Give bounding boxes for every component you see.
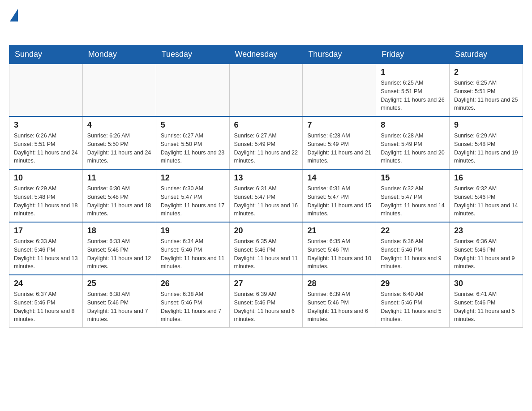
day-number: 28: [307, 279, 371, 288]
column-header-thursday: Thursday: [303, 45, 376, 64]
day-info: Sunrise: 6:27 AMSunset: 5:50 PMDaylight:…: [161, 132, 225, 165]
day-number: 15: [381, 173, 445, 183]
calendar-cell: 22Sunrise: 6:36 AMSunset: 5:46 PMDayligh…: [376, 222, 450, 275]
calendar-cell: [9, 64, 83, 117]
day-info: Sunrise: 6:40 AMSunset: 5:46 PMDaylight:…: [381, 290, 445, 324]
calendar-cell: 12Sunrise: 6:30 AMSunset: 5:47 PMDayligh…: [156, 169, 229, 222]
calendar-cell: 7Sunrise: 6:28 AMSunset: 5:49 PMDaylight…: [303, 116, 376, 169]
day-number: 16: [454, 173, 518, 183]
day-info: Sunrise: 6:26 AMSunset: 5:50 PMDaylight:…: [87, 132, 151, 165]
calendar-cell: 23Sunrise: 6:36 AMSunset: 5:46 PMDayligh…: [450, 222, 523, 275]
day-number: 4: [87, 120, 151, 130]
day-info: Sunrise: 6:33 AMSunset: 5:46 PMDaylight:…: [87, 237, 151, 271]
calendar-cell: 10Sunrise: 6:29 AMSunset: 5:48 PMDayligh…: [9, 169, 83, 222]
day-info: Sunrise: 6:26 AMSunset: 5:51 PMDaylight:…: [14, 132, 78, 165]
calendar-cell: 29Sunrise: 6:40 AMSunset: 5:46 PMDayligh…: [376, 275, 450, 328]
calendar-week-row: 3Sunrise: 6:26 AMSunset: 5:51 PMDaylight…: [9, 116, 523, 169]
day-info: Sunrise: 6:25 AMSunset: 5:51 PMDaylight:…: [454, 79, 518, 112]
day-number: 22: [381, 226, 445, 235]
day-number: 19: [161, 226, 225, 235]
calendar-cell: 28Sunrise: 6:39 AMSunset: 5:46 PMDayligh…: [303, 275, 376, 328]
day-info: Sunrise: 6:38 AMSunset: 5:46 PMDaylight:…: [87, 290, 151, 324]
column-header-sunday: Sunday: [9, 45, 83, 64]
day-info: Sunrise: 6:27 AMSunset: 5:49 PMDaylight:…: [234, 132, 298, 165]
day-number: 23: [454, 226, 518, 235]
day-number: 2: [454, 68, 518, 77]
calendar-cell: 25Sunrise: 6:38 AMSunset: 5:46 PMDayligh…: [82, 275, 156, 328]
day-info: Sunrise: 6:38 AMSunset: 5:46 PMDaylight:…: [161, 290, 225, 324]
day-number: 1: [381, 68, 445, 77]
day-info: Sunrise: 6:37 AMSunset: 5:46 PMDaylight:…: [14, 290, 78, 324]
calendar-cell: 8Sunrise: 6:28 AMSunset: 5:49 PMDaylight…: [376, 116, 450, 169]
column-header-tuesday: Tuesday: [156, 45, 229, 64]
page-header: [9, 9, 523, 36]
calendar-cell: 30Sunrise: 6:41 AMSunset: 5:46 PMDayligh…: [450, 275, 523, 328]
day-info: Sunrise: 6:29 AMSunset: 5:48 PMDaylight:…: [454, 132, 518, 165]
calendar-cell: 2Sunrise: 6:25 AMSunset: 5:51 PMDaylight…: [450, 64, 523, 117]
day-number: 18: [87, 226, 151, 235]
day-info: Sunrise: 6:28 AMSunset: 5:49 PMDaylight:…: [307, 132, 371, 165]
day-info: Sunrise: 6:29 AMSunset: 5:48 PMDaylight:…: [14, 184, 78, 218]
logo-triangle-icon: [10, 9, 18, 21]
column-header-friday: Friday: [376, 45, 450, 64]
calendar-cell: 24Sunrise: 6:37 AMSunset: 5:46 PMDayligh…: [9, 275, 83, 328]
calendar-cell: [82, 64, 156, 117]
day-number: 12: [161, 173, 225, 183]
calendar-cell: 18Sunrise: 6:33 AMSunset: 5:46 PMDayligh…: [82, 222, 156, 275]
calendar-cell: 11Sunrise: 6:30 AMSunset: 5:48 PMDayligh…: [82, 169, 156, 222]
day-info: Sunrise: 6:35 AMSunset: 5:46 PMDaylight:…: [307, 237, 371, 271]
day-number: 30: [454, 279, 518, 288]
calendar-cell: 19Sunrise: 6:34 AMSunset: 5:46 PMDayligh…: [156, 222, 229, 275]
day-info: Sunrise: 6:31 AMSunset: 5:47 PMDaylight:…: [307, 184, 371, 218]
day-info: Sunrise: 6:28 AMSunset: 5:49 PMDaylight:…: [381, 132, 445, 165]
day-number: 20: [234, 226, 298, 235]
day-info: Sunrise: 6:32 AMSunset: 5:46 PMDaylight:…: [454, 184, 518, 218]
calendar-table: SundayMondayTuesdayWednesdayThursdayFrid…: [9, 45, 523, 328]
calendar-week-row: 10Sunrise: 6:29 AMSunset: 5:48 PMDayligh…: [9, 169, 523, 222]
day-number: 14: [307, 173, 371, 183]
calendar-cell: 27Sunrise: 6:39 AMSunset: 5:46 PMDayligh…: [229, 275, 303, 328]
calendar-cell: 6Sunrise: 6:27 AMSunset: 5:49 PMDaylight…: [229, 116, 303, 169]
day-number: 10: [14, 173, 78, 183]
day-number: 7: [307, 120, 371, 130]
day-number: 5: [161, 120, 225, 130]
day-number: 11: [87, 173, 151, 183]
calendar-cell: [156, 64, 229, 117]
calendar-cell: 17Sunrise: 6:33 AMSunset: 5:46 PMDayligh…: [9, 222, 83, 275]
day-number: 29: [381, 279, 445, 288]
day-number: 8: [381, 120, 445, 130]
calendar-cell: 20Sunrise: 6:35 AMSunset: 5:46 PMDayligh…: [229, 222, 303, 275]
day-number: 25: [87, 279, 151, 288]
calendar-cell: 9Sunrise: 6:29 AMSunset: 5:48 PMDaylight…: [450, 116, 523, 169]
column-header-saturday: Saturday: [450, 45, 523, 64]
day-number: 17: [14, 226, 78, 235]
day-number: 6: [234, 120, 298, 130]
day-info: Sunrise: 6:35 AMSunset: 5:46 PMDaylight:…: [234, 237, 298, 271]
calendar-week-row: 1Sunrise: 6:25 AMSunset: 5:51 PMDaylight…: [9, 64, 523, 117]
calendar-cell: 15Sunrise: 6:32 AMSunset: 5:47 PMDayligh…: [376, 169, 450, 222]
calendar-cell: 14Sunrise: 6:31 AMSunset: 5:47 PMDayligh…: [303, 169, 376, 222]
column-header-monday: Monday: [82, 45, 156, 64]
calendar-cell: 26Sunrise: 6:38 AMSunset: 5:46 PMDayligh…: [156, 275, 229, 328]
day-number: 13: [234, 173, 298, 183]
calendar-cell: 3Sunrise: 6:26 AMSunset: 5:51 PMDaylight…: [9, 116, 83, 169]
day-info: Sunrise: 6:32 AMSunset: 5:47 PMDaylight:…: [381, 184, 445, 218]
day-info: Sunrise: 6:30 AMSunset: 5:48 PMDaylight:…: [87, 184, 151, 218]
calendar-cell: 4Sunrise: 6:26 AMSunset: 5:50 PMDaylight…: [82, 116, 156, 169]
day-info: Sunrise: 6:39 AMSunset: 5:46 PMDaylight:…: [234, 290, 298, 324]
day-number: 27: [234, 279, 298, 288]
day-number: 26: [161, 279, 225, 288]
column-header-wednesday: Wednesday: [229, 45, 303, 64]
day-number: 9: [454, 120, 518, 130]
day-info: Sunrise: 6:36 AMSunset: 5:46 PMDaylight:…: [454, 237, 518, 271]
calendar-cell: 16Sunrise: 6:32 AMSunset: 5:46 PMDayligh…: [450, 169, 523, 222]
calendar-cell: 5Sunrise: 6:27 AMSunset: 5:50 PMDaylight…: [156, 116, 229, 169]
day-info: Sunrise: 6:34 AMSunset: 5:46 PMDaylight:…: [161, 237, 225, 271]
day-info: Sunrise: 6:33 AMSunset: 5:46 PMDaylight:…: [14, 237, 78, 271]
logo: [9, 9, 19, 36]
day-number: 3: [14, 120, 78, 130]
calendar-cell: 13Sunrise: 6:31 AMSunset: 5:47 PMDayligh…: [229, 169, 303, 222]
calendar-cell: [229, 64, 303, 117]
calendar-week-row: 17Sunrise: 6:33 AMSunset: 5:46 PMDayligh…: [9, 222, 523, 275]
calendar-cell: 21Sunrise: 6:35 AMSunset: 5:46 PMDayligh…: [303, 222, 376, 275]
